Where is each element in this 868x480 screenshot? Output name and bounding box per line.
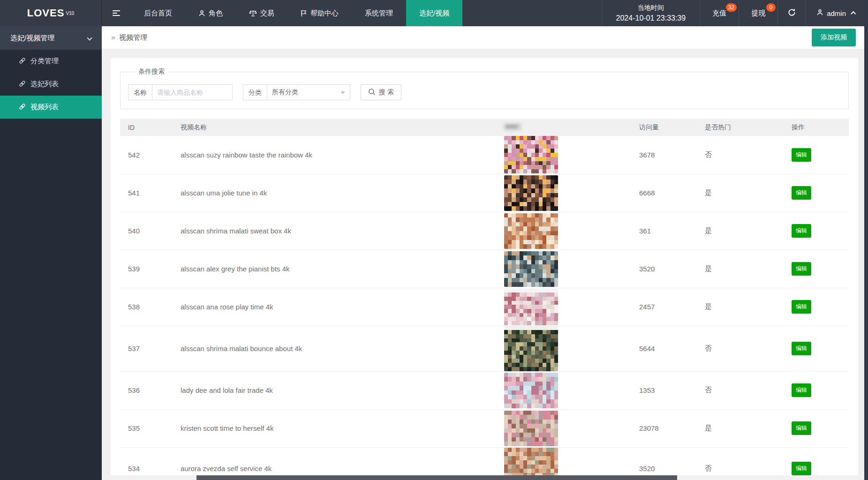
user-menu[interactable]: admin [806, 0, 868, 26]
mosaic-cell [539, 222, 543, 227]
mosaic-cell [543, 367, 546, 371]
refresh-button[interactable] [777, 0, 806, 26]
add-video-button[interactable]: 添加视频 [812, 29, 856, 46]
video-thumbnail[interactable] [504, 251, 558, 287]
vertical-scrollbar[interactable] [864, 0, 868, 480]
mosaic-cell [551, 264, 554, 269]
mosaic-cell [520, 226, 523, 231]
mosaic-cell [546, 251, 550, 256]
edit-button[interactable]: 编辑 [792, 224, 811, 238]
mosaic-cell [535, 260, 539, 265]
mosaic-cell [527, 346, 531, 351]
sidebar-group-video-management[interactable]: 选妃/视频管理 [0, 26, 102, 50]
mosaic-cell [508, 330, 512, 334]
mosaic-cell [527, 153, 531, 157]
sidebar-item-category-management[interactable]: 分类管理 [0, 50, 102, 73]
sidebar-item-video-list[interactable]: 视频列表 [0, 96, 102, 119]
mosaic-cell [551, 437, 554, 442]
mosaic-cell [520, 448, 523, 452]
mosaic-cell [508, 289, 512, 293]
horizontal-scrollbar[interactable] [102, 475, 864, 480]
edit-button[interactable]: 编辑 [792, 421, 811, 435]
mosaic-cell [527, 251, 531, 256]
withdraw-link[interactable]: 提现 0 [739, 0, 777, 26]
mosaic-cell [504, 317, 508, 321]
table-row: 541 alsscan uma jolie tune in 4k 6668 是 … [120, 174, 849, 212]
mosaic-cell [543, 317, 546, 321]
search-button[interactable]: 搜 索 [361, 84, 401, 100]
video-operations-cell: 编辑 [771, 371, 849, 409]
mosaic-cell [539, 193, 543, 198]
mosaic-cell [535, 342, 539, 346]
mosaic-cell [512, 297, 515, 301]
video-thumbnail[interactable] [504, 136, 558, 173]
mosaic-cell [554, 231, 558, 236]
mosaic-cell [520, 321, 523, 325]
mosaic-cell [531, 297, 535, 301]
mosaic-cell [512, 292, 515, 297]
mosaic-cell [535, 197, 539, 202]
mosaic-cell [546, 334, 550, 338]
mosaic-cell [516, 231, 520, 236]
horizontal-scrollbar-thumb[interactable] [196, 475, 677, 480]
mosaic-cell [546, 382, 550, 386]
edit-button[interactable]: 编辑 [792, 148, 811, 162]
edit-button[interactable]: 编辑 [792, 383, 811, 397]
mosaic-cell [512, 437, 515, 442]
edit-button[interactable]: 编辑 [792, 300, 811, 314]
nav-item-transactions[interactable]: 交易 [236, 0, 287, 26]
mosaic-cell [504, 428, 508, 433]
edit-button[interactable]: 编辑 [792, 262, 811, 276]
mosaic-cell [520, 282, 523, 287]
mosaic-cell [516, 317, 520, 321]
nav-item-dashboard[interactable]: 后台首页 [131, 0, 185, 26]
mosaic-cell [527, 415, 531, 420]
mosaic-cell [508, 278, 512, 283]
recharge-link[interactable]: 充值 32 [700, 0, 739, 26]
category-select[interactable]: 所有分类 [267, 84, 350, 100]
mosaic-cell [546, 415, 550, 420]
video-id-cell: 539 [120, 250, 173, 288]
video-thumbnail[interactable] [504, 289, 558, 325]
mosaic-cell [546, 206, 550, 211]
mosaic-cell [554, 351, 558, 355]
nav-item-roles[interactable]: 角色 [185, 0, 236, 26]
scales-icon [249, 10, 257, 17]
mosaic-cell [508, 197, 512, 202]
sidebar-item-girl-list[interactable]: 选妃列表 [0, 73, 102, 96]
nav-item-help-center[interactable]: 帮助中心 [287, 0, 352, 26]
mosaic-cell [554, 305, 558, 309]
mosaic-cell [520, 465, 523, 469]
mosaic-cell [531, 240, 535, 245]
name-filter-input[interactable] [152, 84, 233, 100]
mosaic-cell [551, 355, 554, 359]
menu-toggle-icon[interactable] [102, 0, 131, 26]
mosaic-cell [543, 226, 546, 231]
mosaic-cell [520, 165, 523, 169]
mosaic-cell [539, 465, 543, 469]
video-thumbnail[interactable] [504, 213, 558, 249]
mosaic-cell [508, 297, 512, 301]
mosaic-cell [516, 395, 520, 399]
mosaic-cell [539, 269, 543, 274]
edit-button[interactable]: 编辑 [792, 186, 811, 200]
video-thumbnail[interactable] [504, 326, 558, 371]
mosaic-cell [531, 399, 535, 404]
mosaic-cell [539, 226, 543, 231]
edit-button[interactable]: 编辑 [792, 462, 811, 475]
nav-item-video[interactable]: 选妃/视频 [406, 0, 462, 26]
video-thumbnail[interactable] [504, 373, 558, 408]
nav-item-system[interactable]: 系统管理 [352, 0, 406, 26]
mosaic-cell [539, 395, 543, 399]
edit-button[interactable]: 编辑 [792, 342, 811, 355]
mosaic-cell [516, 321, 520, 325]
mosaic-cell [546, 226, 550, 231]
mosaic-cell [527, 169, 531, 173]
mosaic-cell [516, 202, 520, 207]
video-thumbnail[interactable] [504, 411, 558, 446]
mosaic-cell [508, 140, 512, 144]
video-thumbnail[interactable] [504, 175, 558, 211]
mosaic-cell [508, 235, 512, 240]
video-thumbnail-cell [496, 174, 631, 212]
mosaic-cell [516, 420, 520, 424]
